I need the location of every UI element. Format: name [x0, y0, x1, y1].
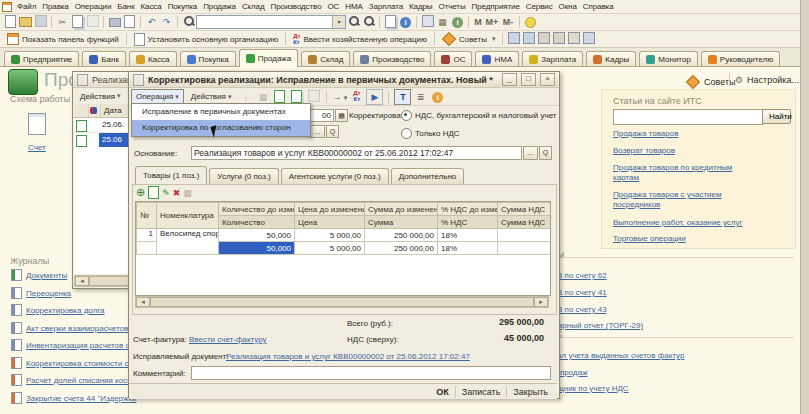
row-delete-icon[interactable]: ✖ — [173, 188, 181, 198]
menu-production[interactable]: Производство — [268, 0, 325, 13]
its-find-button[interactable]: Найти — [762, 109, 791, 124]
journal-link-debt-adjustment[interactable]: Корректировка долга — [26, 306, 104, 315]
list-settings-icon[interactable]: ≣ — [413, 90, 428, 104]
col-price-before[interactable]: Цена до изменения — [295, 203, 365, 216]
col-qty[interactable]: Количество — [219, 216, 295, 229]
quick-search-combo[interactable]: ▾ — [196, 15, 346, 29]
row-edit-icon[interactable]: ✎ — [162, 188, 170, 198]
find-prev-icon[interactable] — [361, 15, 376, 29]
cut-icon[interactable]: ✂ — [55, 15, 70, 29]
minimize-icon[interactable]: _ — [502, 73, 517, 86]
menu-nma[interactable]: НМА — [342, 0, 365, 13]
print-icon[interactable] — [107, 15, 122, 29]
combo-dropdown-icon[interactable]: ▾ — [332, 16, 345, 28]
its-link-trade-ops[interactable]: Торговые операции — [613, 234, 686, 243]
its-link-returns[interactable]: Возврат товаров — [613, 146, 675, 155]
its-link-sales[interactable]: Продажа товаров — [613, 129, 678, 138]
search-icon[interactable] — [181, 15, 196, 29]
invoice-step-icon[interactable] — [28, 113, 46, 135]
close-icon[interactable]: × — [540, 73, 555, 86]
col-sum-before[interactable]: Сумма до изменения — [365, 203, 438, 216]
tab-purchase[interactable]: Покупка — [180, 51, 236, 66]
enter-business-operation-button[interactable]: Ввести хозяйственную операцию — [289, 32, 431, 46]
scheme-invoice-link[interactable]: Счет — [28, 143, 46, 152]
journal-link-revaluation[interactable]: Переоценка — [26, 289, 71, 298]
doc-play-icon[interactable]: ▶ — [366, 89, 383, 105]
table-row-before[interactable]: 1 Велосипед спортивный 50,000 5 000,00 2… — [137, 229, 551, 242]
col-num[interactable]: № — [137, 203, 157, 229]
zoom-out-button[interactable]: М- — [500, 15, 516, 29]
post-icon[interactable]: → — [332, 90, 347, 104]
selected-cell[interactable]: 50,000 — [219, 242, 295, 255]
base-choose-button[interactable]: ... — [523, 146, 538, 160]
calc-icon[interactable] — [420, 15, 435, 29]
col-vat-before[interactable]: % НДС до изме... — [438, 203, 498, 216]
scroll-right-icon[interactable]: ► — [534, 297, 548, 307]
list-actions-button[interactable]: Действия — [75, 88, 126, 104]
menu-enterprise[interactable]: Предприятие — [469, 0, 523, 13]
tab-salary[interactable]: Зарплата — [522, 51, 583, 66]
tab-bank[interactable]: Банк — [82, 51, 126, 66]
col-vat[interactable]: % НДС — [438, 216, 498, 229]
col-qty-before[interactable]: Количество до изме... — [219, 203, 295, 216]
reread-icon[interactable] — [272, 90, 287, 104]
row-copy-icon[interactable] — [148, 186, 159, 199]
tab-additional[interactable]: Дополнительно — [391, 168, 465, 184]
base-open-icon[interactable]: Q — [539, 146, 552, 160]
menu-edit[interactable]: Правка — [39, 0, 71, 13]
copy-new-icon[interactable] — [289, 90, 304, 104]
tab-warehouse[interactable]: Склад — [301, 51, 350, 66]
choose-button[interactable]: ... — [310, 125, 325, 138]
print-preview-icon[interactable] — [122, 15, 137, 29]
ok-button[interactable]: ОК — [430, 387, 455, 397]
paste-icon[interactable] — [306, 90, 321, 104]
tab-cash[interactable]: Касса — [129, 51, 177, 66]
report-icon-1[interactable] — [506, 32, 521, 46]
maximize-icon[interactable]: □ — [521, 73, 536, 86]
its-link-credit-cards[interactable]: Продажа товаров по кредитным картам — [613, 163, 738, 183]
write-button[interactable]: Записать — [456, 387, 506, 397]
tab-hr[interactable]: Кадры — [586, 51, 636, 66]
open-button-icon[interactable]: Q — [326, 125, 339, 138]
close-button[interactable]: Закрыть — [507, 387, 554, 397]
save-icon[interactable] — [33, 15, 48, 29]
open-icon[interactable] — [18, 15, 33, 29]
menu-file[interactable]: Файл — [14, 0, 39, 13]
menu-reports[interactable]: Отчеты — [436, 0, 469, 13]
table-horizontal-scrollbar[interactable]: ◄ ► — [135, 296, 549, 308]
row-add-icon[interactable]: ⊕ — [136, 186, 145, 199]
menu-item-primary-docs[interactable]: Исправление в первичных документах — [132, 104, 310, 120]
dialog-titlebar[interactable]: Корректировка реализации: Исправление в … — [129, 72, 559, 88]
posted-column-header[interactable] — [74, 104, 89, 117]
journal-link-inventory[interactable]: Инвентаризация расчетов с кон — [26, 341, 144, 350]
col-vatsum-before[interactable]: Сумма НДС — [498, 203, 551, 216]
adjust-option-vat-only[interactable]: Только НДС — [401, 128, 460, 139]
its-link-intermediaries[interactable]: Продажа товаров с участием посредников — [613, 190, 733, 210]
menu-operations[interactable]: Операции — [72, 0, 115, 13]
tab-nma[interactable]: НМА — [475, 51, 519, 66]
menu-sales[interactable]: Продажа — [200, 0, 239, 13]
menu-cash[interactable]: Касса — [138, 0, 165, 13]
tab-enterprise[interactable]: Предприятие — [4, 51, 79, 66]
base-field[interactable]: Реализация товаров и услуг КВВ00000002 о… — [191, 146, 522, 160]
menu-os[interactable]: ОС — [325, 0, 343, 13]
tab-production[interactable]: Производство — [353, 51, 431, 66]
journal-link-indirect-costs[interactable]: Расчет долей списания косвен — [26, 376, 140, 385]
enter-invoice-link[interactable]: Ввести счет-фактуру — [189, 335, 267, 344]
menu-service[interactable]: Сервис — [523, 0, 556, 13]
help-icon[interactable] — [430, 90, 445, 104]
corrected-doc-link[interactable]: Реализация товаров и услуг КВВ00000002 о… — [226, 352, 470, 361]
grid-icon[interactable]: ▦ — [255, 90, 270, 104]
undo-icon[interactable]: ↶ — [144, 15, 159, 29]
menu-help[interactable]: Справка — [580, 0, 617, 13]
calendar-icon[interactable]: ▦ — [435, 15, 450, 29]
its-search-input[interactable] — [613, 109, 763, 125]
date-field-fragment[interactable]: 00 — [310, 109, 334, 122]
zoom-normal-button[interactable]: М — [472, 15, 484, 29]
set-main-organization-button[interactable]: Установить основную организацию — [130, 32, 283, 46]
adjust-option-vat-accounting[interactable]: НДС, бухгалтерский и налоговый учет — [401, 110, 556, 121]
tab-manager[interactable]: Руководителю — [701, 51, 780, 66]
scroll-left-icon[interactable]: ◄ — [75, 276, 89, 286]
tab-monitor[interactable]: Монитор — [639, 51, 698, 66]
new-document-icon[interactable] — [3, 15, 18, 29]
